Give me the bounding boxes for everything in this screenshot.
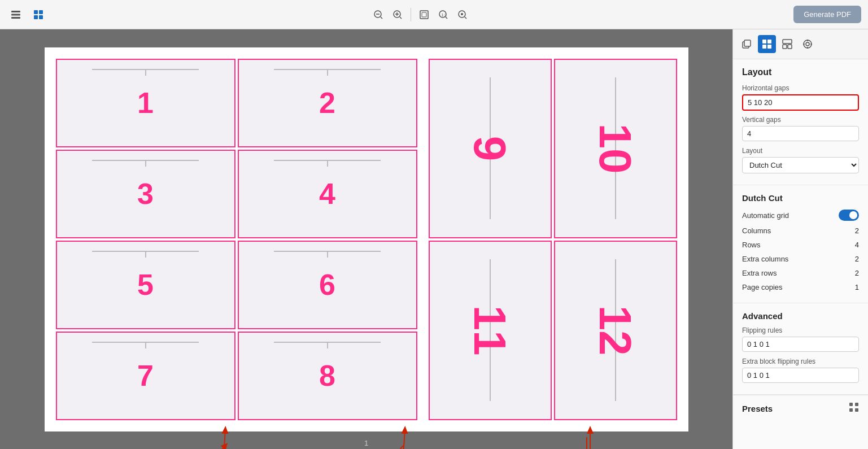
advanced-section: Advanced Flipping rules Extra block flip…	[733, 303, 868, 395]
layout-title: Layout	[742, 67, 859, 77]
toolbar-right: Generate PDF	[793, 6, 861, 23]
cell-number-10: 10	[589, 123, 641, 173]
rows-row: Rows 4	[742, 241, 859, 249]
page-copies-label: Page copies	[742, 283, 783, 291]
layout-label: Layout	[742, 147, 859, 155]
columns-value: 2	[855, 226, 859, 235]
vertical-gaps-input[interactable]	[742, 126, 859, 141]
svg-line-24	[402, 429, 405, 450]
svg-point-38	[806, 42, 809, 46]
cell-number-2: 2	[319, 86, 335, 120]
page-number: 1	[364, 439, 368, 447]
extra-columns-value: 2	[855, 255, 859, 263]
gap10-arrow	[383, 446, 403, 450]
cell-number-4: 4	[319, 177, 335, 211]
presets-label: Presets	[742, 404, 773, 413]
dutch-cut-section: Dutch Cut Automatic grid Columns 2 Rows …	[733, 185, 868, 303]
automatic-grid-label: Automatic grid	[742, 211, 789, 220]
layout-rows-btn[interactable]	[7, 6, 25, 24]
generate-pdf-button[interactable]: Generate PDF	[793, 6, 861, 23]
cell-number-12: 12	[589, 305, 641, 355]
page-copies-value: 1	[855, 283, 859, 291]
columns-label: Columns	[742, 226, 771, 235]
svg-point-20	[461, 13, 463, 15]
cell-7: 7	[56, 332, 235, 420]
svg-line-13	[400, 17, 402, 19]
svg-rect-29	[744, 40, 751, 46]
horizontal-gaps-input[interactable]	[742, 94, 859, 111]
svg-rect-6	[39, 15, 43, 19]
cell-10: 10	[554, 59, 677, 238]
automatic-grid-row: Automatic grid	[742, 210, 859, 221]
cut-line-7-center	[145, 342, 146, 348]
rows-value: 4	[855, 241, 859, 249]
panel-target-btn[interactable]	[799, 35, 817, 53]
cell-number-11: 11	[464, 305, 516, 355]
cell-12: 12	[554, 241, 677, 420]
svg-rect-43	[849, 403, 853, 406]
zoom-in-btn[interactable]	[389, 6, 406, 23]
right-panel: Layout Horizontal gaps Vertical gaps Lay…	[732, 29, 868, 449]
svg-rect-1	[11, 14, 20, 15]
horizontal-gaps-label: Horizontal gaps	[742, 84, 859, 92]
cell-6: 6	[238, 241, 417, 329]
svg-line-21	[465, 17, 466, 19]
zoom-custom-btn[interactable]	[454, 6, 471, 23]
layout-grid-btn[interactable]	[29, 6, 47, 24]
svg-rect-44	[855, 403, 858, 406]
toolbar-left-buttons	[7, 6, 47, 24]
svg-rect-4	[39, 10, 43, 14]
toolbar-center-controls: 1:1	[52, 6, 789, 23]
svg-rect-14	[420, 11, 428, 19]
svg-text:1:1: 1:1	[442, 12, 447, 16]
svg-line-22	[223, 429, 225, 450]
panel-grid-btn[interactable]	[758, 35, 776, 53]
svg-rect-30	[762, 40, 766, 43]
svg-rect-3	[34, 10, 38, 14]
cell-number-3: 3	[137, 177, 154, 211]
cell-number-7: 7	[137, 359, 154, 393]
zoom-out-btn[interactable]	[370, 6, 387, 23]
svg-rect-33	[767, 45, 771, 49]
vertical-gaps-label: Vertical gaps	[742, 116, 859, 124]
cut-line-5-center	[145, 251, 146, 258]
cell-2: 2	[238, 59, 417, 147]
svg-rect-45	[849, 408, 853, 412]
advanced-title: Advanced	[742, 311, 859, 321]
fit-page-btn[interactable]	[416, 6, 433, 23]
extra-columns-row: Extra columns 2	[742, 255, 859, 263]
cut-line-1-center	[145, 69, 146, 76]
presets-bar: Presets	[733, 395, 868, 422]
extra-columns-label: Extra columns	[742, 255, 788, 263]
columns-row: Columns 2	[742, 226, 859, 235]
cut-line-4-center	[327, 160, 328, 167]
automatic-grid-toggle[interactable]	[839, 210, 859, 221]
cell-9: 9	[429, 59, 552, 238]
panel-duplicate-btn[interactable]	[738, 35, 756, 53]
page: 1 2 3	[45, 47, 688, 431]
cell-1: 1	[56, 59, 235, 147]
cell-4: 4	[238, 150, 417, 238]
extra-block-flipping-input[interactable]	[742, 368, 859, 383]
cell-number-6: 6	[319, 268, 335, 302]
svg-rect-46	[855, 408, 858, 412]
cut-line-8-center	[327, 342, 328, 348]
canvas-area: 1 2 3	[0, 29, 732, 449]
cut-line-2-center	[327, 69, 328, 76]
panel-layout-btn[interactable]	[778, 35, 796, 53]
svg-point-37	[804, 40, 812, 48]
svg-rect-35	[783, 45, 787, 49]
cell-number-5: 5	[137, 268, 154, 302]
presets-grid-icon[interactable]	[849, 402, 859, 415]
flipping-rules-input[interactable]	[742, 337, 859, 352]
cell-5: 5	[56, 241, 235, 329]
svg-rect-15	[422, 12, 426, 17]
extra-rows-value: 2	[855, 269, 859, 277]
toolbar: 1:1 Generate PDF	[0, 0, 868, 29]
layout-select[interactable]: Dutch Cut Standard Step and Repeat	[742, 157, 859, 173]
cut-line-3-center	[145, 160, 146, 167]
dutch-cut-title: Dutch Cut	[742, 193, 859, 203]
zoom-actual-btn[interactable]: 1:1	[435, 6, 452, 23]
svg-rect-32	[762, 45, 766, 49]
cell-11: 11	[429, 241, 552, 420]
